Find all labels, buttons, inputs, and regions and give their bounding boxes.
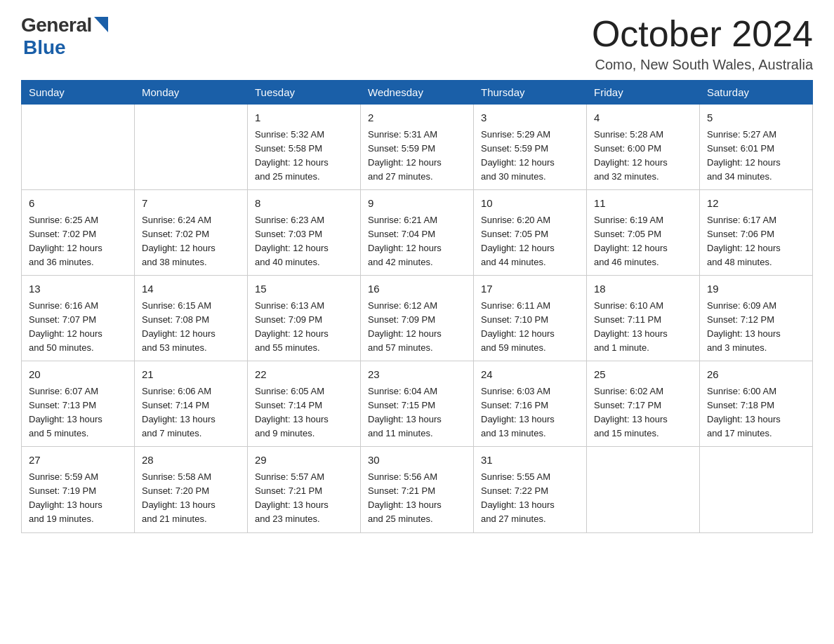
calendar-header-wednesday: Wednesday bbox=[361, 81, 474, 105]
day-number: 10 bbox=[481, 196, 579, 212]
day-number: 16 bbox=[368, 281, 466, 297]
day-info: Sunrise: 6:19 AM Sunset: 7:05 PM Dayligh… bbox=[594, 213, 692, 270]
day-number: 26 bbox=[707, 367, 805, 383]
day-number: 5 bbox=[707, 110, 805, 126]
calendar-header-saturday: Saturday bbox=[700, 81, 813, 105]
calendar-cell: 17Sunrise: 6:11 AM Sunset: 7:10 PM Dayli… bbox=[474, 276, 587, 361]
day-info: Sunrise: 5:31 AM Sunset: 5:59 PM Dayligh… bbox=[368, 128, 466, 185]
calendar-cell bbox=[700, 447, 813, 532]
calendar-cell: 25Sunrise: 6:02 AM Sunset: 7:17 PM Dayli… bbox=[587, 361, 700, 447]
calendar-header-thursday: Thursday bbox=[474, 81, 587, 105]
day-number: 27 bbox=[29, 452, 127, 469]
calendar-cell: 4Sunrise: 5:28 AM Sunset: 6:00 PM Daylig… bbox=[587, 105, 700, 190]
calendar-cell: 21Sunrise: 6:06 AM Sunset: 7:14 PM Dayli… bbox=[135, 361, 248, 447]
day-number: 13 bbox=[29, 281, 127, 297]
day-info: Sunrise: 6:17 AM Sunset: 7:06 PM Dayligh… bbox=[707, 213, 805, 270]
calendar-cell: 24Sunrise: 6:03 AM Sunset: 7:16 PM Dayli… bbox=[474, 361, 587, 447]
calendar-cell bbox=[135, 105, 248, 190]
calendar-cell: 27Sunrise: 5:59 AM Sunset: 7:19 PM Dayli… bbox=[22, 447, 135, 532]
day-number: 29 bbox=[255, 452, 353, 469]
day-info: Sunrise: 6:15 AM Sunset: 7:08 PM Dayligh… bbox=[142, 299, 240, 356]
day-info: Sunrise: 6:06 AM Sunset: 7:14 PM Dayligh… bbox=[142, 384, 240, 441]
calendar-cell: 19Sunrise: 6:09 AM Sunset: 7:12 PM Dayli… bbox=[700, 276, 813, 361]
day-info: Sunrise: 5:57 AM Sunset: 7:21 PM Dayligh… bbox=[255, 470, 353, 527]
day-number: 3 bbox=[481, 110, 579, 126]
title-block: October 2024 Como, New South Wales, Aust… bbox=[592, 14, 813, 73]
day-info: Sunrise: 6:25 AM Sunset: 7:02 PM Dayligh… bbox=[29, 213, 127, 270]
logo-general-text: General bbox=[21, 14, 92, 36]
day-info: Sunrise: 6:05 AM Sunset: 7:14 PM Dayligh… bbox=[255, 384, 353, 441]
calendar-cell: 20Sunrise: 6:07 AM Sunset: 7:13 PM Dayli… bbox=[22, 361, 135, 447]
day-number: 14 bbox=[142, 281, 240, 297]
calendar-cell: 18Sunrise: 6:10 AM Sunset: 7:11 PM Dayli… bbox=[587, 276, 700, 361]
calendar-cell: 1Sunrise: 5:32 AM Sunset: 5:58 PM Daylig… bbox=[248, 105, 361, 190]
day-number: 21 bbox=[142, 367, 240, 383]
day-number: 31 bbox=[481, 452, 579, 469]
day-info: Sunrise: 6:23 AM Sunset: 7:03 PM Dayligh… bbox=[255, 213, 353, 270]
day-info: Sunrise: 6:21 AM Sunset: 7:04 PM Dayligh… bbox=[368, 213, 466, 270]
day-info: Sunrise: 6:03 AM Sunset: 7:16 PM Dayligh… bbox=[481, 384, 579, 441]
logo-arrow-icon bbox=[94, 17, 108, 35]
day-number: 7 bbox=[142, 196, 240, 212]
day-number: 19 bbox=[707, 281, 805, 297]
day-number: 2 bbox=[368, 110, 466, 126]
calendar-cell: 2Sunrise: 5:31 AM Sunset: 5:59 PM Daylig… bbox=[361, 105, 474, 190]
calendar-header-monday: Monday bbox=[135, 81, 248, 105]
calendar-cell bbox=[587, 447, 700, 532]
calendar-cell: 10Sunrise: 6:20 AM Sunset: 7:05 PM Dayli… bbox=[474, 190, 587, 276]
calendar-week-2: 6Sunrise: 6:25 AM Sunset: 7:02 PM Daylig… bbox=[22, 190, 813, 276]
day-info: Sunrise: 5:29 AM Sunset: 5:59 PM Dayligh… bbox=[481, 128, 579, 185]
calendar-cell: 9Sunrise: 6:21 AM Sunset: 7:04 PM Daylig… bbox=[361, 190, 474, 276]
day-number: 25 bbox=[594, 367, 692, 383]
day-info: Sunrise: 5:27 AM Sunset: 6:01 PM Dayligh… bbox=[707, 128, 805, 185]
day-info: Sunrise: 6:11 AM Sunset: 7:10 PM Dayligh… bbox=[481, 299, 579, 356]
logo-blue-text: Blue bbox=[23, 36, 66, 58]
calendar-cell: 6Sunrise: 6:25 AM Sunset: 7:02 PM Daylig… bbox=[22, 190, 135, 276]
calendar-cell: 16Sunrise: 6:12 AM Sunset: 7:09 PM Dayli… bbox=[361, 276, 474, 361]
day-number: 24 bbox=[481, 367, 579, 383]
calendar-table: SundayMondayTuesdayWednesdayThursdayFrid… bbox=[21, 80, 813, 532]
day-info: Sunrise: 5:32 AM Sunset: 5:58 PM Dayligh… bbox=[255, 128, 353, 185]
day-info: Sunrise: 6:20 AM Sunset: 7:05 PM Dayligh… bbox=[481, 213, 579, 270]
day-info: Sunrise: 6:09 AM Sunset: 7:12 PM Dayligh… bbox=[707, 299, 805, 356]
day-number: 6 bbox=[29, 196, 127, 212]
calendar-cell: 12Sunrise: 6:17 AM Sunset: 7:06 PM Dayli… bbox=[700, 190, 813, 276]
calendar-header-friday: Friday bbox=[587, 81, 700, 105]
calendar-header-tuesday: Tuesday bbox=[248, 81, 361, 105]
calendar-cell: 26Sunrise: 6:00 AM Sunset: 7:18 PM Dayli… bbox=[700, 361, 813, 447]
calendar-cell: 31Sunrise: 5:55 AM Sunset: 7:22 PM Dayli… bbox=[474, 447, 587, 532]
day-info: Sunrise: 6:07 AM Sunset: 7:13 PM Dayligh… bbox=[29, 384, 127, 441]
day-number: 17 bbox=[481, 281, 579, 297]
calendar-week-1: 1Sunrise: 5:32 AM Sunset: 5:58 PM Daylig… bbox=[22, 105, 813, 190]
calendar-cell: 30Sunrise: 5:56 AM Sunset: 7:21 PM Dayli… bbox=[361, 447, 474, 532]
calendar-cell: 28Sunrise: 5:58 AM Sunset: 7:20 PM Dayli… bbox=[135, 447, 248, 532]
day-info: Sunrise: 6:04 AM Sunset: 7:15 PM Dayligh… bbox=[368, 384, 466, 441]
day-info: Sunrise: 5:55 AM Sunset: 7:22 PM Dayligh… bbox=[481, 470, 579, 527]
day-number: 1 bbox=[255, 110, 353, 126]
day-number: 20 bbox=[29, 367, 127, 383]
calendar-cell: 8Sunrise: 6:23 AM Sunset: 7:03 PM Daylig… bbox=[248, 190, 361, 276]
calendar-cell: 22Sunrise: 6:05 AM Sunset: 7:14 PM Dayli… bbox=[248, 361, 361, 447]
day-number: 23 bbox=[368, 367, 466, 383]
day-info: Sunrise: 5:58 AM Sunset: 7:20 PM Dayligh… bbox=[142, 470, 240, 527]
calendar-week-3: 13Sunrise: 6:16 AM Sunset: 7:07 PM Dayli… bbox=[22, 276, 813, 361]
day-info: Sunrise: 5:59 AM Sunset: 7:19 PM Dayligh… bbox=[29, 470, 127, 527]
calendar-header: SundayMondayTuesdayWednesdayThursdayFrid… bbox=[22, 81, 813, 105]
calendar-cell: 14Sunrise: 6:15 AM Sunset: 7:08 PM Dayli… bbox=[135, 276, 248, 361]
day-number: 28 bbox=[142, 452, 240, 469]
calendar-cell: 3Sunrise: 5:29 AM Sunset: 5:59 PM Daylig… bbox=[474, 105, 587, 190]
calendar-cell: 5Sunrise: 5:27 AM Sunset: 6:01 PM Daylig… bbox=[700, 105, 813, 190]
calendar-cell: 13Sunrise: 6:16 AM Sunset: 7:07 PM Dayli… bbox=[22, 276, 135, 361]
day-number: 8 bbox=[255, 196, 353, 212]
page-header: General Blue October 2024 Como, New Sout… bbox=[21, 14, 813, 73]
day-info: Sunrise: 5:28 AM Sunset: 6:00 PM Dayligh… bbox=[594, 128, 692, 185]
calendar-cell: 11Sunrise: 6:19 AM Sunset: 7:05 PM Dayli… bbox=[587, 190, 700, 276]
calendar-week-5: 27Sunrise: 5:59 AM Sunset: 7:19 PM Dayli… bbox=[22, 447, 813, 532]
calendar-week-4: 20Sunrise: 6:07 AM Sunset: 7:13 PM Dayli… bbox=[22, 361, 813, 447]
day-number: 11 bbox=[594, 196, 692, 212]
calendar-cell bbox=[22, 105, 135, 190]
logo: General Blue bbox=[21, 14, 108, 59]
day-info: Sunrise: 6:24 AM Sunset: 7:02 PM Dayligh… bbox=[142, 213, 240, 270]
day-number: 22 bbox=[255, 367, 353, 383]
day-info: Sunrise: 6:16 AM Sunset: 7:07 PM Dayligh… bbox=[29, 299, 127, 356]
